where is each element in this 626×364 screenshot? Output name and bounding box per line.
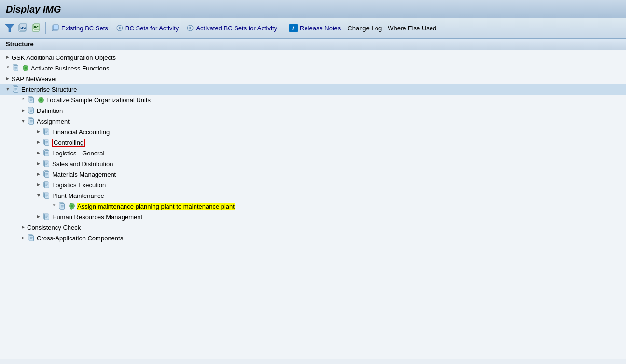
svg-rect-59: [45, 151, 49, 156]
toolbar: BC BC Existing BC Sets BC Sets for Activ…: [0, 18, 626, 39]
expand-icon[interactable]: *: [50, 202, 58, 210]
change-log-button[interactable]: Change Log: [346, 24, 384, 33]
tree-item[interactable]: Human Resources Management: [0, 211, 626, 222]
svg-rect-35: [29, 108, 34, 114]
doc-icon: [42, 212, 51, 221]
svg-marker-94: [37, 215, 40, 218]
svg-rect-77: [45, 182, 49, 188]
tree-item[interactable]: Logistics Execution: [0, 180, 626, 190]
svg-marker-51: [37, 141, 40, 144]
tree-item[interactable]: SAP NetWeaver: [0, 73, 626, 84]
tree-item[interactable]: Logistics - General: [0, 148, 626, 158]
tree-item[interactable]: Financial Accounting: [0, 126, 626, 137]
expand-icon[interactable]: [4, 85, 12, 93]
doc-icon: [42, 159, 51, 168]
tree-item-label: Enterprise Structure: [21, 86, 77, 93]
expand-icon[interactable]: [35, 192, 42, 199]
svg-rect-96: [45, 214, 49, 220]
svg-marker-20: [6, 88, 9, 91]
svg-marker-63: [37, 162, 40, 165]
expand-icon[interactable]: *: [19, 96, 27, 104]
tree-item[interactable]: Controlling: [0, 137, 626, 148]
svg-text:BC: BC: [34, 26, 39, 29]
svg-marker-57: [37, 152, 40, 154]
filter-icon[interactable]: [4, 22, 15, 34]
main-content: Structure GSK Additional Configuration O…: [0, 39, 626, 359]
svg-marker-33: [22, 109, 25, 112]
doc-icon: [42, 127, 51, 136]
doc-icon: [12, 64, 20, 72]
expand-icon[interactable]: [35, 149, 42, 157]
tree-item[interactable]: * Activate Business Functions: [0, 63, 626, 73]
tree-item[interactable]: Enterprise Structure: [0, 84, 626, 95]
expand-icon[interactable]: [35, 213, 42, 221]
release-notes-button[interactable]: i Release Notes: [286, 23, 344, 33]
expand-icon[interactable]: [4, 54, 12, 61]
doc-icon: [27, 106, 36, 115]
tree-item[interactable]: Sales and Distribution: [0, 158, 626, 169]
tree-item[interactable]: Materials Management: [0, 169, 626, 180]
svg-rect-27: [29, 98, 34, 103]
doc-icon: [27, 96, 36, 104]
tree-item[interactable]: Assignment: [0, 116, 626, 126]
svg-rect-53: [45, 140, 49, 146]
doc-icon: [42, 138, 51, 147]
bc-sets-activity-button[interactable]: BC Sets for Activity: [113, 23, 182, 33]
svg-marker-11: [6, 56, 9, 59]
tree-item-label: Controlling: [52, 139, 85, 147]
expand-icon[interactable]: [4, 75, 12, 83]
svg-point-18: [25, 67, 27, 70]
gear-icon: [21, 64, 30, 72]
expand-icon[interactable]: [35, 139, 42, 146]
svg-marker-101: [22, 237, 25, 239]
tree-item[interactable]: Consistency Check: [0, 222, 626, 233]
doc-icon: [42, 149, 51, 157]
separator-1: [45, 22, 46, 34]
svg-marker-39: [22, 120, 25, 123]
gear-icon: [37, 96, 45, 104]
where-else-used-button[interactable]: Where Else Used: [386, 24, 438, 33]
doc-icon: [42, 191, 51, 200]
title-bar: Display IMG: [0, 0, 626, 18]
existing-bc-sets-button[interactable]: Existing BC Sets: [49, 23, 111, 33]
svg-marker-75: [37, 183, 40, 186]
activated-bc-sets-button[interactable]: Activated BC Sets for Activity: [183, 23, 280, 33]
svg-marker-81: [37, 194, 40, 197]
tree-item-label: Financial Accounting: [52, 128, 110, 136]
expand-icon[interactable]: [35, 181, 42, 189]
svg-rect-83: [45, 193, 49, 199]
bc-sets-icon2[interactable]: BC: [31, 22, 42, 34]
expand-icon[interactable]: [35, 160, 42, 168]
structure-label: Structure: [0, 39, 626, 50]
expand-icon[interactable]: [19, 234, 27, 242]
svg-rect-65: [45, 161, 49, 167]
tree-item-label: SAP NetWeaver: [12, 75, 57, 83]
svg-point-32: [40, 99, 42, 101]
bc-sets-icon[interactable]: BC: [17, 22, 29, 34]
expand-icon[interactable]: [35, 128, 42, 136]
tree-item[interactable]: GSK Additional Configuration Objects: [0, 52, 626, 63]
svg-rect-13: [14, 66, 18, 71]
expand-icon[interactable]: [19, 107, 27, 114]
svg-rect-103: [29, 236, 34, 241]
expand-icon[interactable]: [19, 117, 27, 125]
tree-item-label: Materials Management: [52, 171, 116, 178]
tree-item[interactable]: Definition: [0, 105, 626, 116]
doc-icon: [12, 85, 20, 94]
tree-item[interactable]: * Assign maintenance planning plant to m…: [0, 201, 626, 211]
tree-item[interactable]: Cross-Application Components: [0, 233, 626, 243]
expand-icon[interactable]: [19, 224, 27, 231]
expand-icon[interactable]: [35, 170, 42, 178]
tree-item-label: GSK Additional Configuration Objects: [12, 54, 116, 61]
doc-icon: [58, 202, 67, 210]
tree-item[interactable]: Plant Maintenance: [0, 190, 626, 201]
expand-icon[interactable]: *: [4, 64, 12, 72]
tree-item-label: Logistics - General: [52, 150, 104, 157]
tree-area[interactable]: GSK Additional Configuration Objects* Ac…: [0, 50, 626, 359]
tree-item-label: Cross-Application Components: [37, 235, 123, 242]
doc-icon: [27, 234, 36, 242]
doc-icon: [42, 181, 51, 189]
doc-icon: [42, 170, 51, 179]
tree-item[interactable]: * Localize Sample Organizational Units: [0, 95, 626, 105]
gear-icon: [68, 202, 76, 210]
